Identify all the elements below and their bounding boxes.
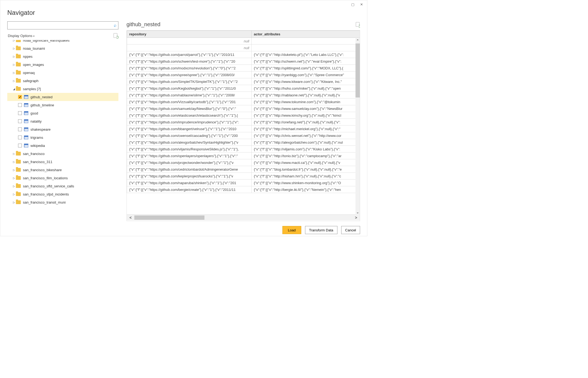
cell-repository[interactable]: {"v":{"f":[{"v":"https://github.com/Vizz… [127,99,252,105]
cell-repository[interactable]: {"v":{"f":[{"v":"https://github.com/vilj… [127,146,252,153]
cell-repository[interactable]: {"v":{"f":[{"v":"https://github.com/modx… [127,65,252,72]
checkbox[interactable] [18,136,22,139]
navigator-tree[interactable]: ▷noaa_significant_earthquakes▷noaa_tsuna… [7,40,118,221]
cell-actor-attributes[interactable]: {"v":{"f":[{"v":"http://schwern.net"},{"… [252,58,360,65]
checkbox[interactable] [18,144,22,147]
cell-repository[interactable]: {"v":{"f":[{"v":"https://github.com/spre… [127,72,252,78]
cell-repository[interactable]: {"v":{"f":[{"v":"https://github.com/alex… [127,139,252,146]
expand-caret-icon[interactable]: ▷ [12,193,16,196]
tree-table-item[interactable]: github_nested [7,93,118,101]
cell-repository[interactable]: null [127,38,252,45]
checkbox[interactable] [18,119,22,123]
load-button[interactable]: Load [282,226,301,234]
column-header-actor-attributes[interactable]: actor_attributes [252,31,360,38]
cell-repository[interactable]: {"v":{"f":[{"v":"https://github.com/bban… [127,126,252,132]
tree-table-item[interactable]: natality [7,117,118,125]
expand-caret-icon[interactable]: ▷ [12,55,16,58]
display-options-dropdown[interactable]: Display Options [8,34,35,38]
table-row[interactable]: {"v":{"f":[{"v":"https://github.com/schw… [127,58,360,65]
tree-folder[interactable]: ▷san_francisco_sffd_service_calls [7,182,118,190]
cell-actor-attributes[interactable]: {"v":{"f":[{"v":"http://www.shinken-moni… [252,180,360,186]
table-row[interactable]: null [127,38,360,45]
cell-actor-attributes[interactable]: {"v":{"f":[{"v":"http://www.macti.ca"},{… [252,159,360,166]
tree-folder[interactable]: ▷noaa_significant_earthquakes [7,40,118,44]
cell-actor-attributes[interactable]: {"v":{"f":[{"v":"http://onefang.net/"},{… [252,119,360,126]
table-row[interactable]: {"v":{"f":[{"v":"https://github.com/cwen… [127,132,360,139]
checkbox[interactable] [18,95,22,99]
table-row[interactable]: {"v":{"f":[{"v":"https://github.com/Kegb… [127,85,360,92]
cell-repository[interactable]: {"v":{"f":[{"v":"https://github.com/parr… [127,51,252,58]
maximize-icon[interactable]: ▢ [351,2,355,6]
table-row[interactable]: {"v":{"f":[{"v":"https://github.com/vilj… [127,146,360,153]
cell-repository[interactable]: {"v":{"f":[{"v":"https://github.com/berg… [127,186,252,193]
tree-folder[interactable]: ▷nppes [7,52,118,60]
cell-actor-attributes[interactable]: {"v":{"f":[{"v":"http://hoho.com/mike/"}… [252,85,360,92]
tree-table-item[interactable]: gsod [7,109,118,117]
cell-repository[interactable]: {"v":{"f":[{"v":"https://github.com/nabl… [127,92,252,99]
tree-folder[interactable]: ▷san_francisco_bikeshare [7,166,118,174]
cell-repository[interactable]: {"v":{"f":[{"v":"https://github.com/samu… [127,105,252,112]
tree-folder[interactable]: ▷openaq [7,69,118,77]
cell-actor-attributes[interactable] [252,45,360,51]
close-icon[interactable]: ✕ [360,2,363,6]
tree-folder[interactable]: ▷san_francisco_sfpd_incidents [7,190,118,198]
cell-repository[interactable]: {"v":{"f":[{"v":"https://github.com/kepl… [127,173,252,180]
table-row[interactable]: null [127,45,360,51]
scroll-up-icon[interactable]: ⌃ [355,38,360,43]
scrollbar-thumb[interactable] [134,215,204,220]
cell-actor-attributes[interactable]: {"v":{"f":[{"v":"http://splittingred.com… [252,65,360,72]
tree-table-item[interactable]: wikipedia [7,141,118,150]
tree-folder[interactable]: ▷open_images [7,60,118,69]
column-header-repository[interactable]: repository [127,31,252,38]
cell-repository[interactable]: null [127,45,252,51]
scroll-right-icon[interactable]: > [352,215,360,220]
tree-table-item[interactable]: trigrams [7,133,118,141]
table-row[interactable]: {"v":{"f":[{"v":"https://github.com/elas… [127,112,360,119]
table-row[interactable]: {"v":{"f":[{"v":"https://github.com/open… [127,153,360,159]
horizontal-scrollbar[interactable]: < > [127,214,360,220]
cell-actor-attributes[interactable]: {"v":{"f":[{"v":"http://www.samuelclay.c… [252,105,360,112]
table-row[interactable]: {"v":{"f":[{"v":"https://github.com/modx… [127,65,360,72]
cell-repository[interactable]: {"v":{"f":[{"v":"https://github.com/proj… [127,159,252,166]
cell-actor-attributes[interactable]: {"v":{"f":[{"v":"http://dukeleto.pl"},{"… [252,51,360,58]
cell-actor-attributes[interactable]: {"v":{"f":[{"v":"http://viljamis.com"},{… [252,146,360,153]
cancel-button[interactable]: Cancel [341,226,360,234]
tree-table-item[interactable]: shakespeare [7,125,118,133]
expand-caret-icon[interactable]: ▷ [12,168,16,171]
cell-repository[interactable]: {"v":{"f":[{"v":"https://github.com/open… [127,153,252,159]
tree-folder[interactable]: ▷san_francisco [7,150,118,158]
table-row[interactable]: {"v":{"f":[{"v":"https://github.com/impr… [127,119,360,126]
table-row[interactable]: {"v":{"f":[{"v":"https://github.com/napa… [127,180,360,186]
table-row[interactable]: {"v":{"f":[{"v":"https://github.com/spre… [127,72,360,78]
cell-repository[interactable]: {"v":{"f":[{"v":"https://github.com/cwen… [127,132,252,139]
expand-caret-icon[interactable]: ▷ [12,47,16,50]
tree-folder[interactable]: ▷noaa_tsunami [7,44,118,52]
table-row[interactable]: {"v":{"f":[{"v":"https://github.com/kepl… [127,173,360,180]
cell-actor-attributes[interactable]: {"v":{"f":[{"v":"http://chris.wensel.net… [252,132,360,139]
cell-repository[interactable]: {"v":{"f":[{"v":"https://github.com/impr… [127,119,252,126]
expand-caret-icon[interactable]: ◢ [12,87,16,90]
table-row[interactable]: {"v":{"f":[{"v":"https://github.com/parr… [127,51,360,58]
search-input[interactable] [9,23,114,28]
preview-refresh-icon[interactable] [356,22,360,27]
cell-actor-attributes[interactable]: {"v":{"f":[{"v":"http://alexgorbatchev.c… [252,139,360,146]
table-row[interactable]: {"v":{"f":[{"v":"https://github.com/bban… [127,126,360,132]
checkbox[interactable] [18,103,22,107]
cell-repository[interactable]: {"v":{"f":[{"v":"https://github.com/elas… [127,112,252,119]
cell-repository[interactable]: {"v":{"f":[{"v":"https://github.com/cedr… [127,166,252,173]
expand-caret-icon[interactable]: ▷ [12,185,16,188]
expand-caret-icon[interactable]: ▷ [12,160,16,163]
cell-actor-attributes[interactable]: {"v":{"f":[{"v":"blog.lombardot.fr"},{"v… [252,166,360,173]
expand-caret-icon[interactable]: ▷ [12,40,16,42]
cell-repository[interactable]: {"v":{"f":[{"v":"https://github.com/Simp… [127,78,252,85]
expand-caret-icon[interactable]: ▷ [12,63,16,66]
table-row[interactable]: {"v":{"f":[{"v":"https://github.com/Simp… [127,78,360,85]
cell-actor-attributes[interactable]: {"v":{"f":[{"v":"http://www.tokumine.com… [252,99,360,105]
table-row[interactable]: {"v":{"f":[{"v":"https://github.com/Vizz… [127,99,360,105]
tree-folder[interactable]: ▷san_francisco_311 [7,158,118,166]
cell-actor-attributes[interactable]: {"v":{"f":[{"v":"http://ryanbigg.com"},{… [252,72,360,78]
expand-caret-icon[interactable]: ▷ [12,152,16,155]
tree-folder[interactable]: ▷san_francisco_film_locations [7,174,118,182]
vertical-scrollbar[interactable]: ⌃ ⌄ [355,38,360,215]
cell-actor-attributes[interactable] [252,38,360,45]
